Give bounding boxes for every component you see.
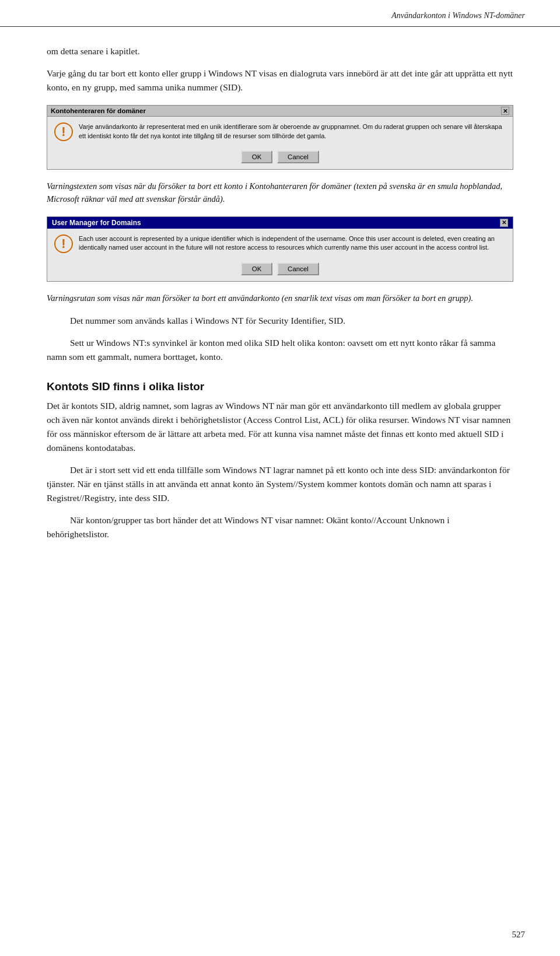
dialog-swedish-cancel[interactable]: Cancel (277, 150, 319, 163)
dialog-english-titlebar: User Manager for Domains ✕ (47, 217, 513, 229)
dialog-english-body: ! Each user account is represented by a … (47, 229, 513, 259)
dialog-english-close[interactable]: ✕ (500, 219, 508, 227)
dialog-swedish: Kontohenteraren för domäner ✕ ! Varje an… (47, 105, 513, 170)
dialog-swedish-text: Varje användarkonto är representerat med… (79, 122, 506, 141)
paragraph-6: Det är i stort sett vid ett enda tillfäl… (47, 463, 513, 505)
dialog-english-text: Each user account is represented by a un… (79, 234, 506, 253)
section-heading: Kontots SID finns i olika listor (47, 380, 513, 393)
paragraph-5: Det är kontots SID, aldrig namnet, som l… (47, 399, 513, 455)
header-title: Användarkonton i Windows NT-domäner (391, 11, 525, 20)
paragraph-3: Det nummer som används kallas i Windows … (47, 314, 513, 328)
page: Användarkonton i Windows NT-domäner om d… (0, 0, 560, 956)
dialog-english-icon: ! (54, 234, 73, 253)
content-area: om detta senare i kapitlet. Varje gång d… (0, 27, 560, 584)
caption-2: Varningsrutan som visas när man försöker… (47, 292, 513, 305)
paragraph-1: om detta senare i kapitlet. (47, 44, 513, 58)
dialog-swedish-icon: ! (54, 122, 73, 141)
dialog-swedish-close[interactable]: ✕ (501, 107, 509, 115)
dialog-swedish-body: ! Varje användarkonto är representerat m… (47, 117, 513, 147)
dialog-english-cancel[interactable]: Cancel (277, 262, 319, 275)
paragraph-4: Sett ur Windows NT:s synvinkel är konton… (47, 336, 513, 364)
dialog-swedish-titlebar: Kontohenteraren för domäner ✕ (47, 106, 513, 117)
dialog-english-buttons: OK Cancel (47, 259, 513, 281)
paragraph-7: När konton/grupper tas bort händer det a… (47, 513, 513, 541)
paragraph-2: Varje gång du tar bort ett konto eller g… (47, 66, 513, 94)
dialog-english-ok[interactable]: OK (241, 262, 272, 275)
caption-1: Varningstexten som visas när du försöker… (47, 180, 513, 206)
dialog-swedish-buttons: OK Cancel (47, 147, 513, 169)
page-header: Användarkonton i Windows NT-domäner (0, 0, 560, 27)
dialog-english-title: User Manager for Domains (52, 219, 141, 227)
dialog-swedish-title: Kontohenteraren för domäner (51, 107, 146, 114)
dialog-swedish-ok[interactable]: OK (241, 150, 272, 163)
dialog-english: User Manager for Domains ✕ ! Each user a… (47, 216, 513, 282)
page-number: 527 (512, 930, 526, 940)
